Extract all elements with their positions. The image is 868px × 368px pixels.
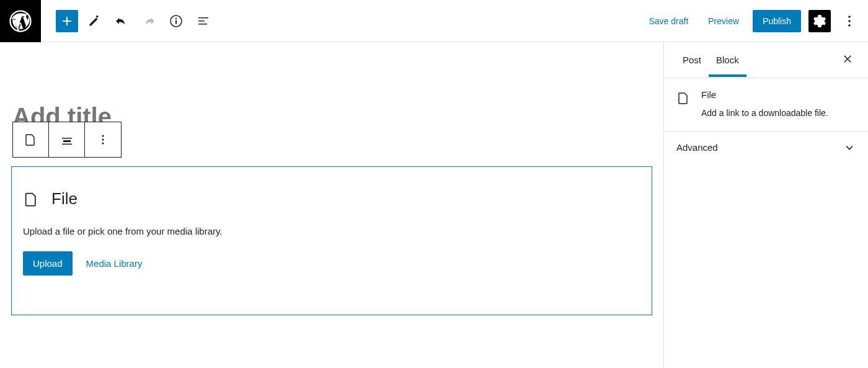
sidebar-tabs: Post Block [664,42,868,78]
outline-button[interactable] [192,10,215,32]
upload-button[interactable]: Upload [23,251,73,276]
plus-icon [60,14,74,29]
block-toolbar [12,122,122,158]
svg-point-9 [102,142,104,144]
file-block[interactable]: File Upload a file or pick one from your… [11,166,652,315]
settings-button[interactable] [808,10,831,32]
preview-button[interactable]: Preview [702,11,745,31]
toolbar-right: Save draft Preview Publish [642,10,868,32]
undo-button[interactable] [110,10,133,32]
redo-icon [141,14,156,29]
file-icon [23,191,40,208]
svg-point-2 [175,17,177,19]
kebab-icon [842,14,857,29]
info-button[interactable] [165,10,187,32]
advanced-label: Advanced [676,142,718,153]
list-view-icon [196,14,211,29]
add-block-button[interactable] [56,10,78,32]
file-icon [24,132,38,147]
publish-button[interactable]: Publish [753,10,801,32]
align-icon [60,132,74,147]
wordpress-logo[interactable] [0,0,41,42]
sidebar-block-info: File Add a link to a downloadable file. [664,78,868,132]
tab-block[interactable]: Block [709,43,746,76]
wordpress-icon [9,10,32,32]
kebab-icon [95,132,110,147]
settings-sidebar: Post Block File Add a link to a download… [663,42,868,368]
block-type-button[interactable] [13,122,49,157]
svg-point-8 [102,138,104,140]
block-more-button[interactable] [85,122,121,157]
svg-point-4 [848,16,851,18]
redo-button [138,10,160,32]
sidebar-block-name: File [701,89,828,100]
gear-icon [812,14,827,29]
file-block-title: File [51,189,78,209]
media-library-button[interactable]: Media Library [86,258,143,269]
file-block-header: File [23,189,640,209]
edit-tools-button[interactable] [83,10,105,32]
editor-topbar: Save draft Preview Publish [0,0,868,42]
chevron-down-icon [843,141,856,154]
file-icon [676,91,691,105]
sidebar-block-description: Add a link to a downloadable file. [701,107,828,120]
sidebar-advanced-panel[interactable]: Advanced [664,132,868,164]
file-block-actions: Upload Media Library [23,251,640,276]
svg-point-6 [848,24,851,27]
svg-point-5 [848,20,851,22]
close-sidebar-button[interactable] [838,50,857,70]
align-button[interactable] [49,122,85,157]
file-block-description: Upload a file or pick one from your medi… [23,226,640,236]
tab-post[interactable]: Post [675,43,709,76]
editor-main: Add title File Upload a file or pick one… [0,42,868,368]
svg-rect-3 [175,20,177,24]
undo-icon [114,14,129,29]
info-icon [169,14,184,29]
svg-point-7 [102,135,104,137]
more-options-button[interactable] [838,10,861,32]
pencil-icon [87,14,102,29]
close-icon [842,53,853,65]
toolbar-left [41,10,215,32]
save-draft-button[interactable]: Save draft [642,11,694,31]
editor-canvas[interactable]: Add title File Upload a file or pick one… [0,42,663,368]
